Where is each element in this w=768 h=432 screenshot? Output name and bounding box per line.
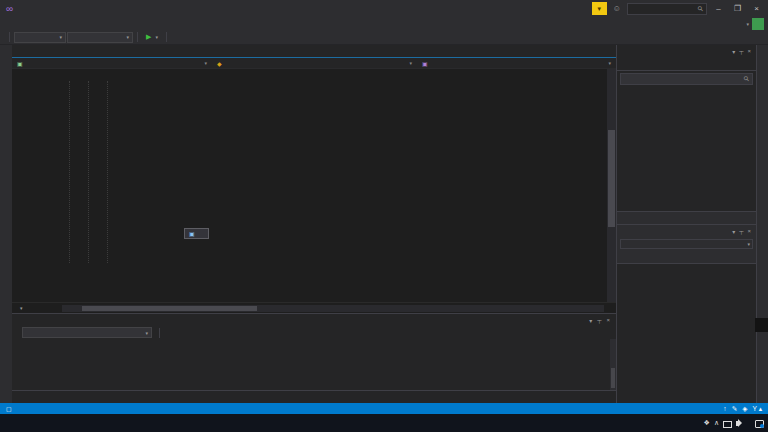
main-area: ▣ ▾ ◆ ▾ ▣ ▾ [0,45,768,403]
solution-platform-select[interactable]: ▾ [67,32,133,43]
quick-launch-input[interactable] [631,5,696,12]
unpushed-commits[interactable]: ↑ [723,405,726,412]
bottom-panel-tabs [12,390,616,403]
play-icon: ▶ [146,33,151,41]
toolbar-separator [9,32,10,42]
project-icon: ▣ [17,60,23,67]
chevron-down-icon: ▾ [608,60,611,66]
properties-grid[interactable] [617,263,756,403]
quick-launch-box[interactable]: ⚲ [627,3,707,15]
close-icon[interactable]: × [747,48,751,55]
restore-button[interactable]: ❐ [730,4,745,13]
solution-tree [617,87,756,211]
search-icon: ⚲ [696,4,705,13]
start-debug-button[interactable]: ▶ ▾ [142,33,162,41]
solution-explorer-toolbar [617,58,756,71]
vs-logo-icon: ∞ [6,4,13,14]
uncommitted-changes[interactable]: ✎ [732,405,738,413]
intellisense-tooltip: ▣ [184,228,209,239]
tray-app-icon[interactable]: ❖ [704,419,710,427]
breadcrumb-type-dropdown[interactable]: ◆ ▾ [212,60,417,67]
chevron-down-icon: ▾ [747,241,750,247]
show-hidden-icons[interactable]: ∧ [714,419,719,427]
pin-icon[interactable]: ┬ [739,228,743,235]
class-icon: ◆ [217,60,222,67]
feedback-icon[interactable]: ☺ [613,4,621,13]
left-tool-strip [0,45,12,403]
chevron-down-icon: ▾ [746,21,749,27]
notifications-flag-icon[interactable]: ▼ [592,2,607,15]
navigation-bar: ▣ ▾ ◆ ▾ ▣ ▾ [12,57,616,69]
scrollbar-thumb[interactable] [611,368,615,388]
document-tab-bar [12,45,616,57]
chevron-down-icon[interactable]: ▾ [732,48,735,55]
scrollbar-thumb[interactable] [608,130,615,228]
close-button[interactable]: × [749,4,764,13]
output-panel: ▾ ┬ × ▾ [12,313,616,390]
editor-column: ▣ ▾ ◆ ▾ ▣ ▾ [12,45,616,403]
zoom-control[interactable]: ▾ [12,305,62,311]
breadcrumb-member-dropdown[interactable]: ▣ ▾ [417,60,616,67]
avatar [752,18,764,30]
visual-studio-window: ∞ ▼ ☺ ⚲ – ❐ × ▾ ▾ ▾ [0,0,768,432]
output-header-icons: ▾ ┬ × [589,317,610,324]
minimize-button[interactable]: – [711,4,726,13]
properties-object-select[interactable]: ▾ [620,239,753,249]
close-icon[interactable]: × [606,317,610,324]
toolbar-separator [137,32,138,42]
properties-panel: ▾ ┬ × ▾ [617,224,756,403]
chevron-down-icon[interactable]: ▾ [732,228,735,235]
chevron-down-icon: ▾ [155,34,158,40]
properties-header[interactable]: ▾ ┬ × [617,225,756,238]
chevron-down-icon: ▾ [145,330,148,336]
network-icon[interactable] [723,421,732,428]
chevron-down-icon: ▾ [204,60,207,66]
toolbar-separator [166,32,167,42]
chevron-down-icon: ▾ [409,60,412,66]
solution-configuration-select[interactable]: ▾ [14,32,66,43]
panel-header-icons: ▾ ┬ × [732,48,751,55]
status-bar: ▢ ↑ ✎ ◈ Y ▴ [0,403,768,414]
chevron-down-icon: ▾ [20,305,23,311]
right-tool-strip [756,45,768,403]
solution-explorer-search[interactable]: ⚲ [620,73,753,85]
editor-horizontal-scrollbar[interactable] [62,305,604,312]
editor-bottom-bar: ▾ [12,302,616,313]
status-icon: ▢ [6,405,12,412]
output-toolbar: ▾ [12,326,616,339]
user-area[interactable]: ▾ [743,18,764,30]
status-right-group: ↑ ✎ ◈ Y ▴ [723,405,762,413]
windows-taskbar: ❖ ∧ [0,414,768,432]
editor-vertical-scrollbar[interactable] [607,69,616,302]
menu-bar: ▾ [0,17,768,30]
chat-notification-toast[interactable] [755,318,768,332]
output-panel-header[interactable]: ▾ ┬ × [12,314,616,326]
close-icon[interactable]: × [747,228,751,235]
output-source-select[interactable]: ▾ [22,327,152,338]
branch-button[interactable]: Y ▴ [752,405,762,413]
explorer-panel-tabs [617,211,756,224]
properties-toolbar [617,250,756,263]
chevron-down-icon: ▾ [126,34,129,40]
chevron-down-icon[interactable]: ▾ [589,317,592,324]
action-center-icon[interactable] [755,420,764,428]
indent-guide [69,81,70,263]
output-log[interactable] [12,339,616,390]
title-bar: ∞ ▼ ☺ ⚲ – ❐ × [0,0,768,17]
pin-icon[interactable]: ┬ [597,317,601,324]
system-tray: ❖ ∧ [700,414,768,432]
volume-icon[interactable] [736,421,739,426]
breadcrumb-project-dropdown[interactable]: ▣ ▾ [12,60,212,67]
scrollbar-thumb[interactable] [82,306,257,311]
search-icon: ⚲ [742,74,751,83]
solution-explorer-header[interactable]: ▾ ┬ × [617,45,756,58]
code-editor[interactable]: ▣ [12,69,616,302]
chevron-down-icon: ▾ [59,34,62,40]
pin-icon[interactable]: ┬ [739,48,743,55]
solution-search-input[interactable] [624,76,742,83]
toolbar-separator [159,328,160,338]
right-tool-column: ▾ ┬ × ⚲ ▾ ┬ × [616,45,756,403]
output-vertical-scrollbar[interactable] [610,339,616,390]
indent-guide [107,81,108,263]
repository-button[interactable]: ◈ [742,405,747,413]
